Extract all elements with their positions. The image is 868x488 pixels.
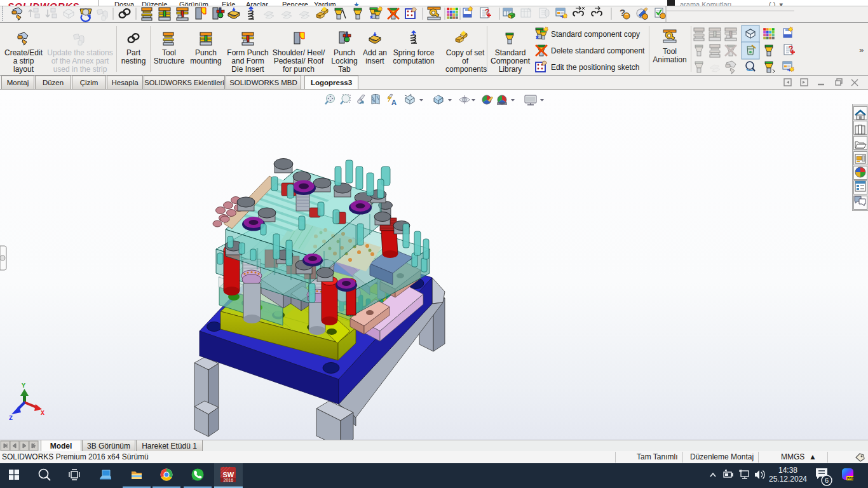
svg-text:14:38: 14:38 xyxy=(778,466,797,475)
svg-text:X: X xyxy=(41,410,44,417)
svg-text:2016: 2016 xyxy=(224,478,234,482)
svg-text:25.12.2024: 25.12.2024 xyxy=(769,475,807,484)
svg-text:Y: Y xyxy=(22,383,25,390)
svg-text:A: A xyxy=(391,98,397,106)
svg-text:6: 6 xyxy=(825,477,829,484)
svg-text:Z: Z xyxy=(9,415,13,422)
svg-text:PRE: PRE xyxy=(847,477,855,480)
